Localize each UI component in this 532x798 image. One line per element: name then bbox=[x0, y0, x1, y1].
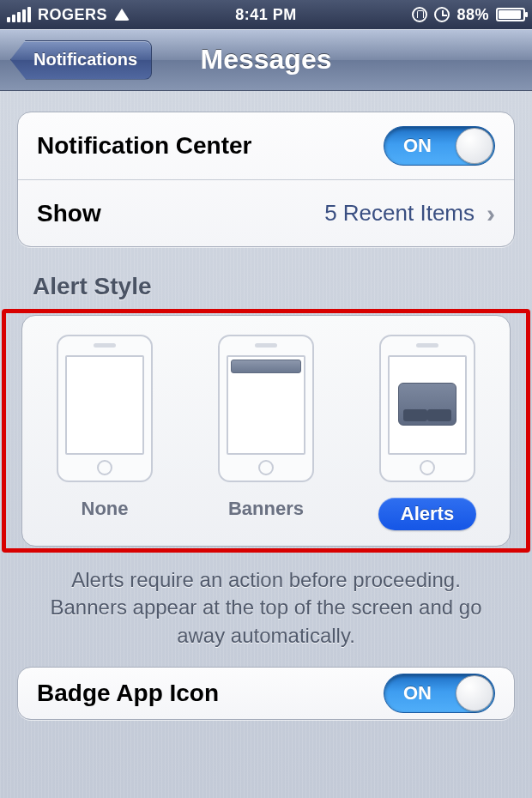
row-badge-icon[interactable]: Badge App Icon ON bbox=[18, 668, 514, 719]
row-notification-center[interactable]: Notification Center ON bbox=[18, 112, 514, 179]
show-value: 5 Recent Items bbox=[324, 200, 475, 227]
phone-preview-none bbox=[57, 335, 153, 482]
settings-group-notification: Notification Center ON Show 5 Recent Ite… bbox=[17, 112, 515, 247]
status-bar: ROGERS 8:41 PM 88% bbox=[0, 0, 532, 29]
chevron-right-icon: › bbox=[487, 199, 495, 228]
alert-style-option-banners[interactable]: Banners bbox=[203, 335, 329, 530]
alert-style-label-banners: Banners bbox=[228, 498, 304, 520]
notification-center-toggle[interactable]: ON bbox=[384, 126, 495, 166]
nav-bar: Notifications Messages bbox=[0, 29, 532, 91]
alert-style-label-alerts: Alerts bbox=[378, 498, 476, 530]
alert-style-label-none: None bbox=[82, 498, 129, 520]
alert-style-option-alerts[interactable]: Alerts bbox=[364, 335, 491, 530]
page-title: Messages bbox=[201, 44, 332, 76]
annotation-highlight: None Banners Alerts bbox=[2, 309, 530, 553]
signal-strength-icon bbox=[7, 7, 31, 22]
row-show[interactable]: Show 5 Recent Items › bbox=[18, 179, 514, 246]
clock-time: 8:41 PM bbox=[235, 6, 297, 24]
banner-preview-icon bbox=[231, 360, 301, 373]
phone-preview-banners bbox=[218, 335, 314, 482]
settings-group-badge: Badge App Icon ON bbox=[17, 667, 515, 720]
carrier-label: ROGERS bbox=[38, 6, 107, 24]
battery-percent: 88% bbox=[456, 6, 489, 24]
orientation-lock-icon bbox=[412, 7, 427, 22]
settings-content: Notification Center ON Show 5 Recent Ite… bbox=[0, 91, 532, 798]
alert-style-description: Alerts require an action before proceedi… bbox=[33, 566, 499, 650]
toggle-on-label: ON bbox=[403, 135, 432, 157]
toggle-knob bbox=[456, 675, 493, 711]
alert-style-header: Alert Style bbox=[33, 273, 506, 300]
toggle-knob bbox=[456, 128, 493, 164]
toggle-on-label: ON bbox=[403, 682, 432, 704]
show-label: Show bbox=[37, 200, 324, 227]
battery-icon bbox=[496, 8, 525, 21]
back-button[interactable]: Notifications bbox=[10, 40, 152, 80]
alert-style-option-none[interactable]: None bbox=[41, 335, 168, 530]
alarm-icon bbox=[434, 7, 450, 22]
phone-preview-alerts bbox=[379, 335, 475, 482]
badge-toggle[interactable]: ON bbox=[384, 674, 495, 713]
badge-label: Badge App Icon bbox=[37, 680, 384, 707]
notification-center-label: Notification Center bbox=[37, 132, 384, 160]
alert-preview-icon bbox=[398, 383, 456, 426]
alert-style-group: None Banners Alerts bbox=[21, 315, 511, 547]
wifi-icon bbox=[114, 9, 130, 21]
back-button-label: Notifications bbox=[33, 50, 137, 70]
